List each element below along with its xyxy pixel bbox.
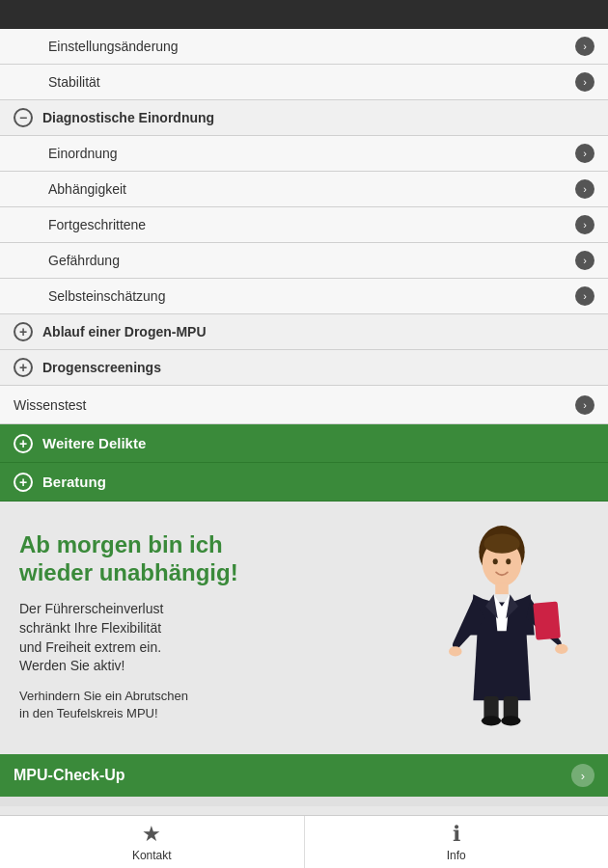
promo-body: Der Führerscheinverlustschränkt Ihre Fle… [19, 600, 405, 675]
svg-point-10 [484, 534, 519, 554]
chevron-right-icon-7: › [575, 286, 594, 306]
section-diagnostische-einordnung[interactable]: − Diagnostische Einordnung [0, 100, 608, 136]
star-icon: ★ [142, 822, 161, 847]
section-drogenscreenings[interactable]: + Drogenscreenings [0, 350, 608, 386]
mpu-chevron-icon: › [571, 764, 594, 787]
chevron-right-icon-3: › [575, 144, 594, 163]
promo-text-block: Ab morgen bin ichwieder unabhängig! Der … [19, 531, 415, 722]
minus-icon: − [14, 108, 33, 127]
menu-item-selbsteinschaetzung[interactable]: Selbsteinschätzung › [0, 279, 608, 314]
section-beratung[interactable]: + Beratung [0, 463, 608, 502]
svg-point-8 [482, 716, 501, 725]
svg-point-11 [493, 558, 498, 564]
promo-banner: Ab morgen bin ichwieder unabhängig! Der … [0, 502, 608, 752]
plus-icon-green-1: + [14, 434, 33, 453]
promo-footer: Verhindern Sie ein Abrutschenin den Teuf… [19, 688, 405, 722]
bottom-nav: ★ Kontakt ℹ Info [0, 815, 608, 868]
menu-item-einstellungsaenderung[interactable]: Einstellungsänderung › [0, 29, 608, 65]
nav-item-info[interactable]: ℹ Info [305, 816, 609, 868]
plus-icon-green-2: + [14, 473, 33, 492]
svg-point-4 [555, 644, 568, 654]
chevron-right-icon-8: › [575, 395, 594, 415]
section-weitere-delikte[interactable]: + Weitere Delikte [0, 424, 608, 463]
plus-icon-2: + [14, 358, 33, 377]
green-sections: + Weitere Delikte + Beratung [0, 424, 608, 502]
svg-point-9 [501, 716, 520, 725]
top-bar [0, 0, 608, 29]
svg-point-12 [506, 558, 511, 564]
chevron-right-icon: › [575, 37, 594, 56]
menu-item-fortgeschrittene[interactable]: Fortgeschrittene › [0, 207, 608, 243]
plus-icon-1: + [14, 322, 33, 341]
menu-item-einordnung[interactable]: Einordnung › [0, 136, 608, 172]
mpu-check-up-button[interactable]: MPU-Check-Up › [0, 754, 608, 797]
svg-rect-2 [495, 583, 509, 594]
nav-item-kontakt[interactable]: ★ Kontakt [0, 816, 305, 868]
svg-point-3 [449, 646, 462, 656]
section-ablauf-drogen-mpu[interactable]: + Ablauf einer Drogen-MPU [0, 314, 608, 350]
chevron-right-icon-4: › [575, 179, 594, 199]
menu-item-stabilitaet[interactable]: Stabilität › [0, 65, 608, 100]
promo-person-image [415, 521, 589, 733]
svg-rect-5 [533, 602, 561, 640]
chevron-right-icon-6: › [575, 251, 594, 270]
spacer [0, 797, 608, 806]
promo-headline: Ab morgen bin ichwieder unabhängig! [19, 531, 405, 587]
info-icon: ℹ [453, 822, 460, 847]
menu-section: Einstellungsänderung › Stabilität › − Di… [0, 29, 608, 424]
chevron-right-icon-2: › [575, 72, 594, 92]
chevron-right-icon-5: › [575, 215, 594, 234]
menu-item-wissenstest[interactable]: Wissenstest › [0, 386, 608, 424]
menu-item-abhaengigkeit[interactable]: Abhängigkeit › [0, 172, 608, 207]
menu-item-gefaehrdung[interactable]: Gefährdung › [0, 243, 608, 279]
